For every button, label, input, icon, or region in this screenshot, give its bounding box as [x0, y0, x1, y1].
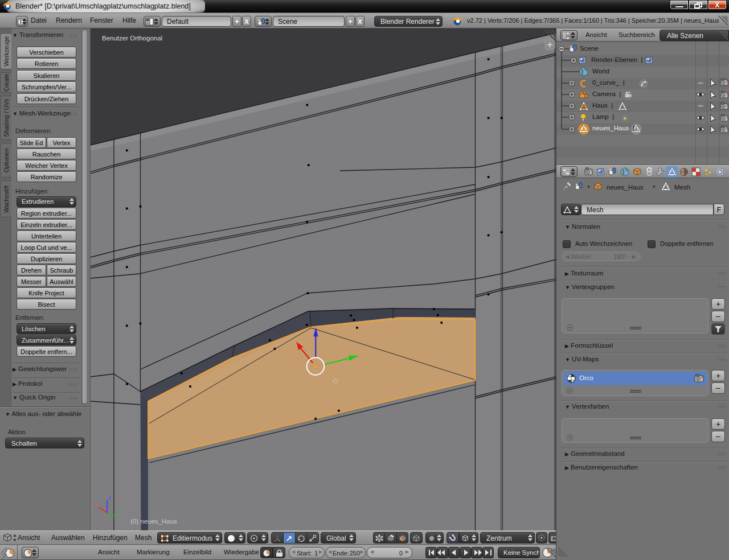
svg-text:z: z	[108, 495, 111, 501]
svg-text:(0) neues_Haus: (0) neues_Haus	[130, 518, 177, 525]
svg-text:y: y	[119, 508, 122, 514]
svg-text:x: x	[95, 501, 97, 508]
svg-text:Benutzer Orthogonal: Benutzer Orthogonal	[102, 35, 162, 42]
